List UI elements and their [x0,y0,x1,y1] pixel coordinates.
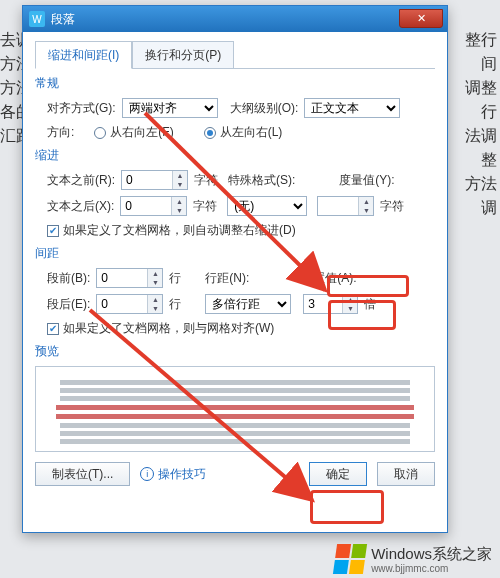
direction-rtl-radio[interactable]: 从右向左(F) [94,124,173,141]
indent-before-value[interactable] [122,171,172,189]
indent-after-unit: 字符 [193,198,217,215]
spacing-before-unit: 行 [169,270,181,287]
tab-pagination[interactable]: 换行和分页(P) [132,41,234,69]
spacing-after-label: 段后(E): [47,296,90,313]
indent-grid-checkbox[interactable]: ✔ 如果定义了文档网格，则自动调整右缩进(D) [47,222,296,239]
ok-button[interactable]: 确定 [309,462,367,486]
spinner-down-icon[interactable]: ▼ [343,304,357,313]
linespacing-label: 行距(N): [205,270,249,287]
setvalue-spinner[interactable]: ▲▼ [303,294,358,314]
spinner-up-icon[interactable]: ▲ [359,197,373,206]
titlebar[interactable]: W 段落 ✕ [23,6,447,32]
align-label: 对齐方式(G): [47,100,116,117]
tab-indent-spacing[interactable]: 缩进和间距(I) [35,41,132,69]
spinner-up-icon[interactable]: ▲ [173,171,187,180]
dialog-title: 段落 [51,11,447,28]
checkbox-icon: ✔ [47,225,59,237]
info-icon: i [140,467,154,481]
spacing-before-spinner[interactable]: ▲▼ [96,268,163,288]
spinner-down-icon[interactable]: ▼ [148,304,162,313]
dialog-footer: 制表位(T)... i 操作技巧 确定 取消 [35,462,435,486]
measure-label: 度量值(Y): [339,172,394,189]
cancel-button[interactable]: 取消 [377,462,435,486]
indent-after-label: 文本之后(X): [47,198,114,215]
spinner-up-icon[interactable]: ▲ [148,295,162,304]
checkbox-icon: ✔ [47,323,59,335]
watermark-text: Windows系统之家 [371,545,492,562]
spacing-after-value[interactable] [97,295,147,313]
spacing-before-value[interactable] [97,269,147,287]
spacing-after-unit: 行 [169,296,181,313]
tabstops-button[interactable]: 制表位(T)... [35,462,130,486]
spinner-up-icon[interactable]: ▲ [343,295,357,304]
measure-value[interactable] [318,197,358,215]
tab-strip: 缩进和间距(I) 换行和分页(P) [35,40,435,69]
spinner-down-icon[interactable]: ▼ [359,206,373,215]
spacing-grid-checkbox[interactable]: ✔ 如果定义了文档网格，则与网格对齐(W) [47,320,274,337]
tips-link[interactable]: i 操作技巧 [140,466,206,483]
linespacing-select[interactable]: 多倍行距 [205,294,291,314]
section-indent-title: 缩进 [35,147,435,164]
setvalue-label: 设置值(A): [301,270,356,287]
spinner-up-icon[interactable]: ▲ [148,269,162,278]
preview-box [35,366,435,452]
setvalue-input[interactable] [304,295,342,313]
radio-icon [94,127,106,139]
spacing-after-spinner[interactable]: ▲▼ [96,294,163,314]
outline-label: 大纲级别(O): [230,100,299,117]
indent-after-value[interactable] [121,197,171,215]
section-preview-title: 预览 [35,343,435,360]
align-select[interactable]: 两端对齐 [122,98,218,118]
spinner-down-icon[interactable]: ▼ [172,206,186,215]
background-text-right: 整行间调整行法调整方法调 [457,28,497,220]
indent-before-unit: 字符 [194,172,218,189]
spinner-down-icon[interactable]: ▼ [148,278,162,287]
special-format-select[interactable]: (无) [227,196,307,216]
measure-unit: 字符 [380,198,404,215]
spinner-down-icon[interactable]: ▼ [173,180,187,189]
paragraph-dialog: W 段落 ✕ 缩进和间距(I) 换行和分页(P) 常规 对齐方式(G): 两端对… [22,5,448,533]
indent-before-spinner[interactable]: ▲▼ [121,170,188,190]
indent-before-label: 文本之前(R): [47,172,115,189]
windows-logo-icon [333,544,367,574]
direction-ltr-radio[interactable]: 从左向右(L) [204,124,283,141]
setvalue-unit: 倍 [364,296,376,313]
section-general-title: 常规 [35,75,435,92]
direction-label: 方向: [47,124,74,141]
app-icon: W [29,11,45,27]
special-label: 特殊格式(S): [228,172,295,189]
spinner-up-icon[interactable]: ▲ [172,197,186,206]
outline-select[interactable]: 正文文本 [304,98,400,118]
watermark-url: www.bjjmmc.com [371,564,492,574]
close-button[interactable]: ✕ [399,9,443,28]
measure-spinner[interactable]: ▲▼ [317,196,374,216]
section-spacing-title: 间距 [35,245,435,262]
spacing-before-label: 段前(B): [47,270,90,287]
watermark: Windows系统之家 www.bjjmmc.com [335,544,492,574]
radio-icon [204,127,216,139]
indent-after-spinner[interactable]: ▲▼ [120,196,187,216]
